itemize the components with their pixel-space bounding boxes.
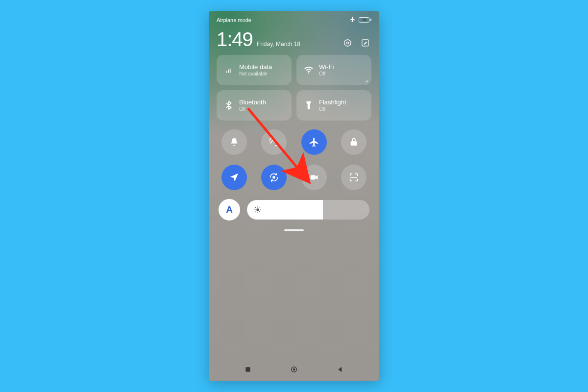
airplane-toggle[interactable] xyxy=(301,129,327,155)
expand-caret-icon xyxy=(365,80,368,82)
quick-tiles-grid: Mobile data Not available Wi-Fi Off Blue… xyxy=(209,55,379,121)
svg-rect-17 xyxy=(245,367,250,371)
svg-point-1 xyxy=(346,42,348,44)
screen-record-toggle[interactable] xyxy=(301,165,327,190)
brightness-fill xyxy=(247,200,323,220)
svg-rect-6 xyxy=(310,175,315,179)
tile-title: Mobile data xyxy=(239,64,272,71)
tile-subtitle: Not available xyxy=(239,71,272,77)
clock-time: 1:49 xyxy=(217,29,253,49)
airplane-icon xyxy=(309,137,319,147)
svg-line-13 xyxy=(259,211,260,212)
svg-point-5 xyxy=(273,177,274,178)
tile-subtitle: Off xyxy=(239,106,266,112)
battery-indicator: 70 xyxy=(359,17,371,23)
bluetooth-icon xyxy=(223,100,234,111)
auto-rotate-toggle[interactable] xyxy=(261,165,287,190)
settings-button[interactable] xyxy=(341,36,354,49)
airplane-status-icon xyxy=(349,16,356,24)
brightness-slider[interactable] xyxy=(247,200,369,220)
tile-title: Wi-Fi xyxy=(319,64,334,71)
status-bar: Airplane mode 70 xyxy=(209,11,379,25)
square-icon xyxy=(244,366,252,373)
nav-back-button[interactable] xyxy=(333,363,347,376)
qs-header: 1:49 Friday, March 18 xyxy=(209,25,379,55)
scan-icon xyxy=(348,172,359,183)
rotate-lock-icon xyxy=(269,172,279,183)
svg-point-3 xyxy=(308,73,309,74)
svg-point-7 xyxy=(256,208,259,211)
system-nav-bar xyxy=(209,360,379,381)
bluetooth-tile[interactable]: Bluetooth Off xyxy=(217,90,292,121)
flashlight-tile[interactable]: Flashlight Off xyxy=(296,90,371,121)
wifi-tile[interactable]: Wi-Fi Off xyxy=(296,55,371,85)
tile-subtitle: Off xyxy=(319,71,334,77)
tile-subtitle: Off xyxy=(319,106,346,112)
tile-title: Flashlight xyxy=(319,99,346,106)
circle-icon xyxy=(290,365,298,374)
svg-line-15 xyxy=(259,207,260,208)
screenshot-toggle[interactable] xyxy=(261,129,287,155)
sound-toggle[interactable] xyxy=(221,129,247,155)
battery-percent-text: 70 xyxy=(362,18,366,22)
svg-line-12 xyxy=(255,207,256,208)
edit-tiles-button[interactable] xyxy=(359,36,371,49)
phone-screenshot: Airplane mode 70 1:49 Friday, March 18 xyxy=(209,11,379,381)
svg-marker-0 xyxy=(344,39,350,47)
location-toggle[interactable] xyxy=(221,165,247,190)
bell-icon xyxy=(229,137,240,147)
svg-point-19 xyxy=(293,368,295,371)
tile-title: Bluetooth xyxy=(239,99,266,106)
panel-drag-handle[interactable] xyxy=(284,229,304,231)
cellular-icon xyxy=(223,65,234,75)
brightness-row: A xyxy=(209,195,379,220)
auto-brightness-toggle[interactable]: A xyxy=(219,199,240,220)
statusbar-label: Airplane mode xyxy=(217,17,251,23)
nav-recents-button[interactable] xyxy=(241,363,255,376)
lock-icon xyxy=(348,137,359,147)
svg-line-14 xyxy=(255,211,256,212)
flashlight-icon xyxy=(303,100,314,111)
scanner-toggle[interactable] xyxy=(341,165,367,190)
round-toggle-grid xyxy=(209,121,379,195)
clock-date: Friday, March 18 xyxy=(257,41,300,48)
brightness-icon xyxy=(254,206,262,214)
auto-brightness-label: A xyxy=(226,204,233,215)
location-arrow-icon xyxy=(229,172,240,183)
nav-home-button[interactable] xyxy=(287,363,301,376)
wifi-icon xyxy=(303,65,314,75)
screenshot-icon xyxy=(269,137,279,147)
triangle-left-icon xyxy=(336,366,344,373)
mobile-data-tile[interactable]: Mobile data Not available xyxy=(217,55,292,85)
video-icon xyxy=(309,172,319,183)
lock-toggle[interactable] xyxy=(341,129,367,155)
